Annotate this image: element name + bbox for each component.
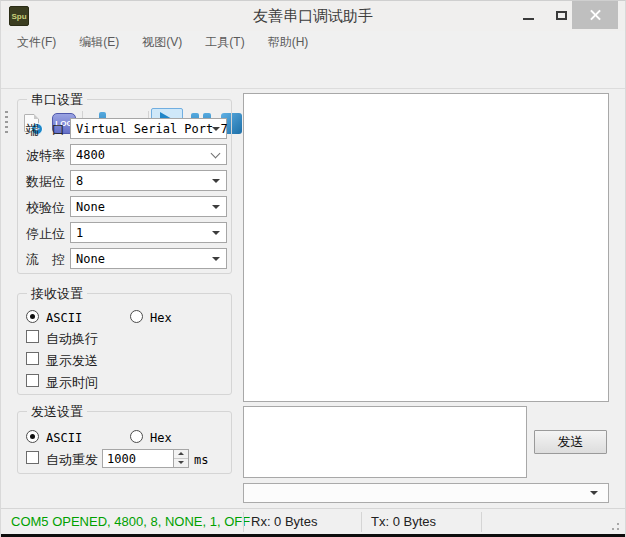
menu-tools[interactable]: 工具(T) <box>202 32 247 53</box>
menu-edit[interactable]: 编辑(E) <box>76 32 122 53</box>
auto-resend-checkbox[interactable] <box>26 451 39 464</box>
spinner-down-icon[interactable] <box>174 459 188 468</box>
menu-view[interactable]: 视图(V) <box>139 32 185 53</box>
send-input[interactable] <box>243 406 527 478</box>
show-send-checkbox[interactable] <box>26 352 39 365</box>
port-combo[interactable]: Virtual Serial Port 7 <box>70 118 227 139</box>
show-time-checkbox[interactable] <box>26 374 39 387</box>
parity-label: 校验位 <box>26 199 65 217</box>
chevron-down-icon <box>212 205 220 209</box>
auto-newline-checkbox[interactable] <box>26 330 39 343</box>
chevron-down-icon <box>212 231 220 235</box>
chevron-down-icon <box>211 149 221 159</box>
databits-value: 8 <box>76 174 83 188</box>
send-ascii-radio[interactable] <box>26 430 39 443</box>
maximize-icon <box>556 11 567 20</box>
rx-counter: Rx: 0 Bytes <box>251 514 317 529</box>
menu-help[interactable]: 帮助(H) <box>265 32 312 53</box>
recv-hex-label: Hex <box>150 311 172 325</box>
resize-grip[interactable] <box>607 518 619 530</box>
stopbits-value: 1 <box>76 226 83 240</box>
spinner-up-icon[interactable] <box>174 450 188 459</box>
stopbits-label: 停止位 <box>26 225 65 243</box>
menu-bar: 文件(F) 编辑(E) 视图(V) 工具(T) 帮助(H) <box>1 31 625 53</box>
chevron-down-icon <box>590 491 598 495</box>
stopbits-combo[interactable]: 1 <box>70 222 227 243</box>
toolbar: + LOG <box>1 53 625 89</box>
send-button[interactable]: 发送 <box>534 430 607 454</box>
status-separator <box>361 512 362 532</box>
show-time-label: 显示时间 <box>46 374 98 392</box>
show-send-label: 显示发送 <box>46 352 98 370</box>
flowctrl-label: 流 控 <box>26 251 65 269</box>
tx-counter: Tx: 0 Bytes <box>371 514 436 529</box>
baud-value: 4800 <box>76 148 105 162</box>
status-separator <box>481 512 482 532</box>
parity-combo[interactable]: None <box>70 196 227 217</box>
chevron-down-icon <box>212 257 220 261</box>
spinner-buttons <box>173 450 188 467</box>
baud-label: 波特率 <box>26 147 65 165</box>
databits-label: 数据位 <box>26 173 65 191</box>
menu-file[interactable]: 文件(F) <box>14 32 59 53</box>
resend-interval-value: 1000 <box>107 452 136 466</box>
auto-resend-label: 自动重发 <box>46 451 98 469</box>
port-value: Virtual Serial Port 7 <box>76 122 228 136</box>
recv-ascii-radio[interactable] <box>26 310 39 323</box>
send-settings-title: 发送设置 <box>27 403 87 421</box>
auto-newline-label: 自动换行 <box>46 330 98 348</box>
receive-settings-title: 接收设置 <box>27 285 87 303</box>
toolbar-grip-handle[interactable] <box>5 111 8 135</box>
close-button[interactable] <box>572 1 618 29</box>
send-settings-group: 发送设置 ASCII Hex 自动重发 1000 ms <box>17 411 232 474</box>
recv-hex-radio[interactable] <box>130 310 143 323</box>
interval-unit-label: ms <box>194 453 208 467</box>
send-history-combo[interactable] <box>243 483 609 503</box>
databits-combo[interactable]: 8 <box>70 170 227 191</box>
minimize-button[interactable] <box>514 1 542 29</box>
send-ascii-label: ASCII <box>46 431 82 445</box>
flowctrl-value: None <box>76 252 105 266</box>
status-separator <box>243 512 244 532</box>
serial-settings-title: 串口设置 <box>27 91 87 109</box>
minimize-icon <box>523 18 534 20</box>
connection-status: COM5 OPENED, 4800, 8, NONE, 1, OFF <box>11 514 250 529</box>
receive-display-area[interactable] <box>243 93 609 402</box>
send-hex-label: Hex <box>150 431 172 445</box>
receive-settings-group: 接收设置 ASCII Hex 自动换行 显示发送 显示时间 <box>17 293 232 395</box>
send-hex-radio[interactable] <box>130 430 143 443</box>
port-label: 端 口 <box>26 121 65 139</box>
status-bar: COM5 OPENED, 4800, 8, NONE, 1, OFF Rx: 0… <box>1 508 625 534</box>
flowctrl-combo[interactable]: None <box>70 248 227 269</box>
parity-value: None <box>76 200 105 214</box>
maximize-button[interactable] <box>547 1 575 29</box>
recv-ascii-label: ASCII <box>46 311 82 325</box>
chevron-down-icon <box>212 179 220 183</box>
chevron-down-icon <box>212 127 220 131</box>
app-window: Spu 友善串口调试助手 文件(F) 编辑(E) 视图(V) 工具(T) 帮助(… <box>0 0 626 537</box>
serial-settings-group: 串口设置 端 口 Virtual Serial Port 7 波特率 4800 … <box>17 99 232 274</box>
baud-combo[interactable]: 4800 <box>70 144 227 165</box>
resend-interval-spinner[interactable]: 1000 <box>102 449 189 468</box>
title-bar: Spu 友善串口调试助手 <box>1 1 625 31</box>
